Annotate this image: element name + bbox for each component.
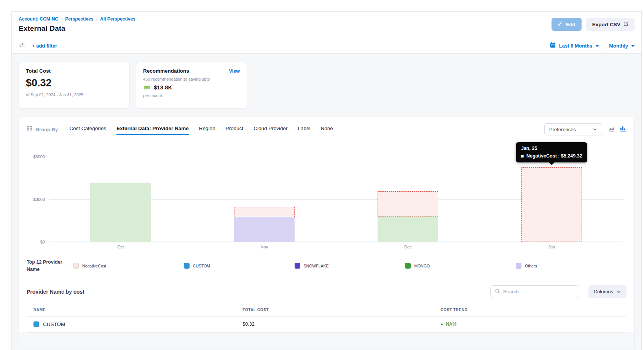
legend-item-others[interactable]: Others <box>516 263 626 269</box>
external-link-icon <box>623 21 628 27</box>
recommendations-amount: $13.8K <box>154 84 172 91</box>
table-footer-strip <box>19 332 634 350</box>
legend-label: CUSTOM <box>193 264 210 268</box>
trend-up-icon <box>440 323 443 325</box>
header-actions: Edit Export CSV <box>552 16 634 38</box>
tab-product[interactable]: Product <box>226 126 244 133</box>
chevron-down-icon[interactable] <box>631 45 634 47</box>
grid-icon <box>27 126 32 133</box>
total-cost-value: $0.32 <box>26 77 123 89</box>
recommendations-subtitle: 450 recommendation(s) saving upto <box>143 77 240 81</box>
breadcrumb-separator: › <box>61 17 63 21</box>
column-header-name[interactable]: NAME <box>27 308 242 312</box>
content-area: Total Cost $0.32 of Sep 01, 2024 - Jan 3… <box>12 54 641 350</box>
tooltip-value: NegativeCost : $5,249.32 <box>526 153 582 159</box>
table-row[interactable]: CUSTOM$0.32NA% <box>27 317 626 332</box>
table-search <box>490 285 579 298</box>
row-swatch <box>33 321 39 327</box>
app-window: Account: CCM-NG›Perspectives›All Perspec… <box>11 11 642 350</box>
tab-cost-categories[interactable]: Cost Categories <box>69 126 106 133</box>
chart-tooltip: Jan, 25 NegativeCost : $5,249.32 <box>516 142 587 162</box>
table-header-row: NAME TOTAL COST COST TREND <box>27 304 626 317</box>
breadcrumb-link[interactable]: Account: CCM-NG <box>19 16 59 22</box>
recommendations-per: per month <box>143 93 240 98</box>
table-body: CUSTOM$0.32NA% <box>27 317 626 332</box>
total-cost-period: of Sep 01, 2024 - Jan 31, 2025 <box>26 92 123 97</box>
calendar-icon <box>550 42 556 49</box>
tooltip-series-bullet <box>521 155 524 158</box>
divider <box>604 43 604 49</box>
chart-plot: OctNovDecJan Jan, 25 NegativeCost : $5,2… <box>49 157 623 242</box>
legend-item-snowflake[interactable]: SNOWFLAKE <box>295 263 405 269</box>
chevron-down-icon[interactable] <box>596 45 599 47</box>
perspective-panel: Group By Cost CategoriesExternal Data: P… <box>19 117 634 350</box>
bar-segment-negativecost-dec[interactable] <box>378 191 438 216</box>
table-title: Provider Name by cost <box>27 289 84 295</box>
header-left: Account: CCM-NG›Perspectives›All Perspec… <box>19 16 135 38</box>
tab-cloud-provider[interactable]: Cloud Provider <box>253 126 287 133</box>
legend-label: Others <box>525 264 537 268</box>
recommendations-card: Recommendations View 450 recommendation(… <box>136 62 247 108</box>
legend-label: SNOWFLAKE <box>304 264 329 268</box>
x-axis-label-jan: Jan <box>480 245 624 249</box>
y-axis-label: $6000 <box>27 154 45 159</box>
breadcrumb: Account: CCM-NG›Perspectives›All Perspec… <box>19 16 135 22</box>
search-input[interactable] <box>503 289 575 294</box>
column-header-total-cost[interactable]: TOTAL COST <box>242 308 440 312</box>
bar-segment-negativecost-jan[interactable] <box>521 167 582 242</box>
breadcrumb-link[interactable]: Perspectives <box>65 16 93 22</box>
chart-slot-oct: Oct <box>49 157 193 242</box>
bar-segment-others-nov[interactable] <box>234 217 295 242</box>
bar-segment-negativecost-nov[interactable] <box>234 207 295 217</box>
tab-region[interactable]: Region <box>199 126 215 133</box>
search-icon <box>495 288 500 295</box>
view-recommendations-link[interactable]: View <box>229 68 240 74</box>
x-axis-label-oct: Oct <box>49 245 193 249</box>
legend-item-negativecost[interactable]: NegativeCost <box>73 263 184 269</box>
bar-dec <box>378 191 438 242</box>
date-range-dropdown[interactable]: Last 6 Months <box>559 43 592 49</box>
page-header: Account: CCM-NG›Perspectives›All Perspec… <box>12 12 641 38</box>
table-toolbar: Provider Name by cost Columns <box>27 285 626 298</box>
column-header-cost-trend[interactable]: COST TREND <box>440 308 626 312</box>
row-cost-trend: NA% <box>440 321 626 327</box>
tab-external-data-provider-name[interactable]: External Data: Provider Name <box>116 126 189 133</box>
legend-swatch-snowflake <box>295 263 300 269</box>
group-by-tabs: Cost CategoriesExternal Data: Provider N… <box>69 126 333 133</box>
export-csv-button[interactable]: Export CSV <box>586 18 634 31</box>
legend-label: MONGO <box>414 264 430 268</box>
legend-swatch-mongo <box>405 263 411 269</box>
bar-segment-mongo-oct[interactable] <box>90 183 151 242</box>
bar-segment-mongo-dec[interactable] <box>378 216 438 242</box>
recommendations-title: Recommendations <box>143 68 189 74</box>
chart-slots: OctNovDecJan <box>49 157 623 242</box>
chart-slot-jan: Jan <box>480 157 624 242</box>
bar-chart-icon[interactable] <box>619 126 626 134</box>
preferences-dropdown[interactable]: Preferences <box>544 123 602 135</box>
tab-label[interactable]: Label <box>298 126 310 133</box>
columns-dropdown[interactable]: Columns <box>588 285 626 298</box>
edit-button-label: Edit <box>566 22 575 27</box>
granularity-dropdown[interactable]: Monthly <box>609 43 628 49</box>
x-axis-label-nov: Nov <box>193 245 336 249</box>
chart-slot-dec: Dec <box>336 157 480 242</box>
bar-jan <box>521 167 582 242</box>
tab-none[interactable]: None <box>321 126 333 133</box>
filter-bar: + add filter Last 6 Months Monthly <box>12 38 641 54</box>
area-chart-icon[interactable] <box>608 126 615 134</box>
legend-item-custom[interactable]: CUSTOM <box>184 263 295 269</box>
legend-swatch-custom <box>184 263 190 269</box>
add-filter-button[interactable]: + add filter <box>32 43 57 49</box>
chart-legend: Top 12 Provider Name NegativeCostCUSTOMS… <box>27 259 626 273</box>
total-cost-title: Total Cost <box>26 68 123 74</box>
legend-label: NegativeCost <box>82 264 106 268</box>
chart-slot-nov: Nov <box>193 157 336 242</box>
y-axis-label: $3000 <box>27 197 45 202</box>
total-cost-card: Total Cost $0.32 of Sep 01, 2024 - Jan 3… <box>19 62 130 108</box>
edit-button[interactable]: Edit <box>552 18 582 31</box>
row-total-cost: $0.32 <box>242 321 440 327</box>
legend-item-mongo[interactable]: MONGO <box>405 263 516 269</box>
group-by-row: Group By Cost CategoriesExternal Data: P… <box>27 123 626 136</box>
filter-sliders-icon[interactable] <box>19 42 25 49</box>
breadcrumb-link[interactable]: All Perspectives <box>100 16 135 22</box>
